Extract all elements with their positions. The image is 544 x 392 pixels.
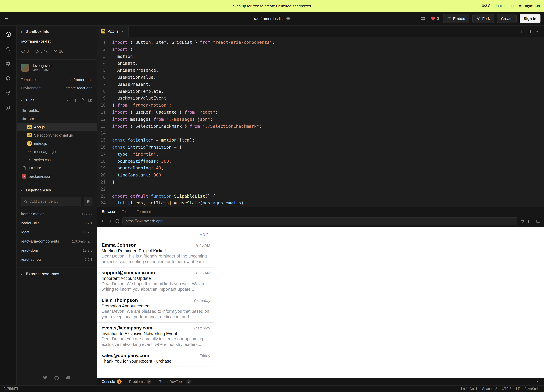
- privacy-globe-icon[interactable]: [286, 17, 290, 21]
- email-time: 9:40 AM: [196, 243, 210, 248]
- connect-icon[interactable]: [520, 219, 525, 224]
- author-row[interactable]: devongovett Devon Govett: [17, 59, 97, 76]
- files-header[interactable]: ▾ Files: [17, 94, 97, 106]
- upload-icon[interactable]: [73, 98, 78, 102]
- file-item-license[interactable]: LICENSE: [17, 164, 97, 172]
- deploy-icon[interactable]: [5, 89, 12, 97]
- file-item-styles-css[interactable]: #styles.css: [17, 156, 97, 164]
- code-line: 9 useMotionValueEvent: [97, 95, 544, 102]
- back-icon[interactable]: [101, 219, 105, 223]
- preview-tab-browser[interactable]: Browser: [99, 208, 118, 215]
- layout-icon[interactable]: [526, 29, 531, 34]
- email-list-item[interactable]: Liam ThompsonYesterdayPromotion Announce…: [97, 295, 214, 323]
- new-folder-icon[interactable]: [88, 98, 93, 102]
- file-item-app-js[interactable]: JSApp.js: [17, 123, 97, 131]
- email-list-item[interactable]: support@company.com8:23 AMImportant Acco…: [97, 267, 214, 295]
- dependency-list-icon[interactable]: [84, 197, 93, 206]
- react-devtools-tab[interactable]: React DevTools 0: [159, 379, 191, 384]
- code-line: 18 bounceStiffness: 300,: [97, 158, 544, 165]
- dependency-react-dom[interactable]: react-dom18.2.0: [17, 246, 97, 255]
- indentation[interactable]: Spaces: 2: [482, 387, 497, 391]
- file-item-index-js[interactable]: JSindex.js: [17, 139, 97, 147]
- sandbox-logo-icon[interactable]: [5, 31, 12, 38]
- expand-console[interactable]: [535, 379, 539, 384]
- github-icon[interactable]: [54, 375, 59, 380]
- refresh-icon[interactable]: [115, 219, 120, 223]
- banner-user: Anonymous: [519, 4, 540, 8]
- email-sender: Emma Johnson: [101, 243, 136, 248]
- download-icon[interactable]: [66, 98, 71, 102]
- encoding[interactable]: UTF-8: [502, 387, 511, 391]
- dependency-react[interactable]: react18.2.0: [17, 228, 97, 237]
- search-icon[interactable]: [5, 46, 12, 53]
- dependency-search: [21, 197, 81, 206]
- url-input[interactable]: [122, 217, 517, 225]
- email-list-item[interactable]: events@company.comYesterdayInvitation to…: [97, 323, 214, 350]
- code-line: 3 motion,: [97, 53, 544, 60]
- template-value[interactable]: rac-framer-tabs: [67, 78, 93, 82]
- embed-button[interactable]: Embed: [443, 14, 469, 23]
- create-button[interactable]: Create: [497, 14, 517, 23]
- file-item-src[interactable]: src: [17, 114, 97, 123]
- preferences-gear-icon[interactable]: [420, 15, 426, 22]
- github-icon[interactable]: [5, 75, 12, 82]
- file-item-public[interactable]: public: [17, 106, 97, 114]
- line-number: 20: [97, 172, 112, 178]
- split-editor-icon[interactable]: [518, 29, 522, 34]
- environment-value[interactable]: create-react-app: [66, 86, 93, 90]
- edit-button[interactable]: Edit: [197, 231, 210, 238]
- cursor-position[interactable]: Ln 1, Col 1: [461, 387, 477, 391]
- preview-tab-tests[interactable]: Tests: [118, 208, 134, 215]
- like-button[interactable]: 3: [430, 15, 440, 22]
- email-list-item[interactable]: Emma Johnson9:40 AMMeeting Reminder: Pro…: [97, 240, 214, 267]
- file-item-package-json[interactable]: npackage.json: [17, 172, 97, 180]
- discord-icon[interactable]: [66, 375, 71, 380]
- more-icon[interactable]: [535, 29, 540, 34]
- section-title: External resources: [26, 272, 59, 276]
- new-file-icon[interactable]: [81, 98, 85, 102]
- editor-actions: [518, 29, 544, 34]
- console-tab[interactable]: Console 1: [101, 379, 122, 384]
- dependency-react-scripts[interactable]: react-scripts5.0.1: [17, 255, 97, 264]
- dependency-loader-utils[interactable]: loader-utils3.2.1: [17, 219, 97, 228]
- split-view-icon[interactable]: [528, 219, 532, 224]
- file-item-selectioncheckmark-js[interactable]: JSSelectionCheckmark.js: [17, 131, 97, 139]
- dependencies-header[interactable]: ▾ Dependencies: [17, 184, 97, 196]
- responsive-mode-icon[interactable]: [536, 219, 540, 224]
- settings-icon[interactable]: [5, 60, 12, 67]
- line-number: 1: [97, 39, 112, 46]
- twitter-icon[interactable]: [42, 375, 47, 380]
- tab-appjs[interactable]: JS App.js ×: [97, 25, 129, 37]
- problems-tab[interactable]: Problems 0: [129, 379, 151, 384]
- promo-banner[interactable]: Sign up for free to create unlimited san…: [0, 0, 544, 12]
- preview-tab-terminal[interactable]: Terminal: [134, 208, 154, 215]
- code-text: useMotionTemplate,: [112, 88, 164, 95]
- team-icon[interactable]: [5, 104, 12, 111]
- dependency-framer-motion[interactable]: framer-motion10.12.22: [17, 209, 97, 219]
- eol[interactable]: LF: [516, 387, 520, 391]
- language-mode[interactable]: JavaScript: [525, 387, 540, 391]
- browser-navbar: [97, 215, 544, 227]
- sign-in-button[interactable]: Sign in: [520, 14, 540, 23]
- devtools-label: React DevTools: [159, 380, 184, 384]
- fork-button[interactable]: Fork: [472, 14, 494, 23]
- sandbox-info-header[interactable]: ▾ Sandbox Info: [17, 25, 97, 38]
- code-text: bounceStiffness: 300,: [112, 158, 171, 165]
- add-dependency-input[interactable]: [30, 199, 78, 204]
- external-resources-header[interactable]: ▸ External resources: [17, 268, 97, 280]
- forward-icon[interactable]: [108, 219, 112, 223]
- code-editor[interactable]: 1import { Button, Item, GridList } from …: [97, 37, 544, 207]
- browser-toolbar-icons: [520, 219, 540, 224]
- menu-icon[interactable]: [4, 15, 10, 22]
- css-icon: #: [27, 158, 32, 162]
- dependency-react-aria-components[interactable]: react-aria-components1.0.0-alpha...: [17, 237, 97, 246]
- close-icon[interactable]: ×: [121, 29, 124, 34]
- line-number: 23: [97, 192, 112, 200]
- environment-row: Environment create-react-app: [17, 84, 97, 94]
- file-item-messages-json[interactable]: { }messages.json: [17, 147, 97, 156]
- commit-hash: 9a75ddff1: [4, 387, 18, 391]
- email-time: 8:23 AM: [196, 271, 210, 275]
- email-list-item[interactable]: sales@company.comFridayThank You for You…: [97, 350, 214, 367]
- banner-text[interactable]: Sign up for free to create unlimited san…: [233, 4, 311, 8]
- file-name: index.js: [34, 141, 47, 145]
